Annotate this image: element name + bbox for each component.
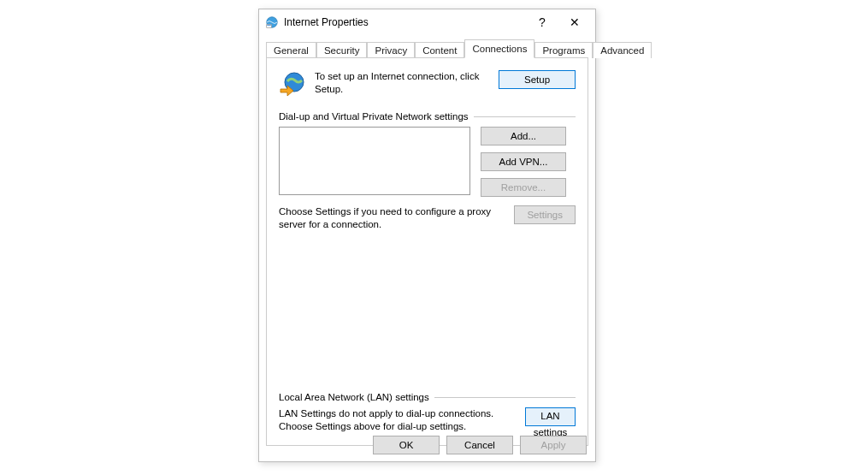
tab-programs[interactable]: Programs	[534, 42, 593, 58]
connections-panel: To set up an Internet connection, click …	[266, 57, 588, 446]
remove-button[interactable]: Remove...	[481, 178, 566, 197]
tab-privacy[interactable]: Privacy	[367, 42, 415, 58]
internet-options-icon	[265, 15, 279, 29]
setup-row: To set up an Internet connection, click …	[279, 70, 576, 98]
proxy-settings-text: Choose Settings if you need to configure…	[279, 205, 504, 231]
setup-button[interactable]: Setup	[499, 70, 576, 89]
settings-button[interactable]: Settings	[514, 205, 576, 224]
lan-text: LAN Settings do not apply to dial-up con…	[279, 407, 515, 433]
svg-rect-2	[267, 25, 271, 26]
dialup-group: Dial-up and Virtual Private Network sett…	[279, 111, 576, 231]
svg-rect-1	[267, 25, 272, 28]
ok-button[interactable]: OK	[373, 436, 440, 454]
cancel-button[interactable]: Cancel	[446, 436, 513, 454]
tab-content[interactable]: Content	[415, 42, 464, 58]
internet-properties-dialog: Internet Properties ? ✕ General Security…	[258, 9, 596, 462]
divider	[434, 397, 576, 398]
apply-button[interactable]: Apply	[520, 436, 587, 454]
tabstrip: General Security Privacy Content Connect…	[259, 39, 595, 57]
window-title: Internet Properties	[284, 16, 527, 28]
divider	[474, 116, 576, 117]
tab-advanced[interactable]: Advanced	[593, 42, 652, 58]
globe-arrow-icon	[279, 70, 306, 98]
setup-intro-text: To set up an Internet connection, click …	[315, 70, 490, 96]
lan-group-label: Local Area Network (LAN) settings	[279, 392, 429, 402]
lan-settings-button[interactable]: LAN settings	[525, 407, 576, 426]
tab-connections[interactable]: Connections	[464, 39, 534, 58]
connections-listbox[interactable]	[279, 127, 470, 195]
help-button[interactable]: ?	[527, 15, 558, 29]
dialog-footer: OK Cancel Apply	[373, 436, 587, 454]
dialup-group-label: Dial-up and Virtual Private Network sett…	[279, 111, 469, 122]
lan-group: Local Area Network (LAN) settings LAN Se…	[279, 392, 576, 433]
tab-security[interactable]: Security	[316, 42, 368, 58]
add-vpn-button[interactable]: Add VPN...	[481, 152, 566, 171]
close-button[interactable]: ✕	[558, 15, 592, 29]
titlebar: Internet Properties ? ✕	[259, 9, 595, 35]
tab-general[interactable]: General	[266, 42, 316, 58]
add-button[interactable]: Add...	[481, 127, 566, 145]
